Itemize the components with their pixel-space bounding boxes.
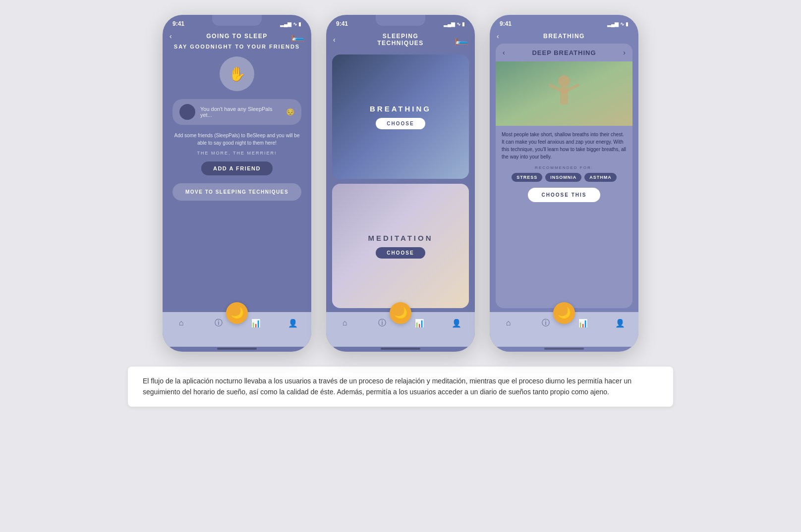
screen-1: ‹ GOING TO SLEEP 🛏️ SAY GOODNIGHT TO YOU… — [163, 29, 311, 352]
signal-icon-1: ▂▄▆ — [280, 21, 291, 27]
time-3: 9:41 — [500, 20, 512, 27]
s2-content: BREATHING CHOOSE MEDITATION CHOOSE — [326, 51, 475, 312]
friend-placeholder-text: You don't have any SleepPals yet... — [200, 106, 281, 118]
home-bar-2 — [381, 348, 420, 350]
time-2: 9:41 — [336, 20, 348, 27]
avatar-placeholder — [179, 104, 195, 120]
s1-merrier: THE MORE, THE MERRIER! — [197, 151, 277, 156]
hand-icon: ✋ — [220, 56, 254, 91]
header-1: ‹ GOING TO SLEEP 🛏️ — [163, 29, 311, 44]
nav-moon-1[interactable]: 🌙 — [226, 302, 248, 324]
bed-icon-1: 🛏️ — [291, 30, 304, 43]
phone-2: 9:41 ▂▄▆ ∿ ▮ ‹ SLEEPING TECHNIQUES 🛏️ BR… — [326, 15, 475, 352]
header-title-1: GOING TO SLEEP — [206, 33, 267, 40]
back-btn-3[interactable]: ‹ — [497, 32, 499, 40]
signal-icon-3: ▂▄▆ — [607, 21, 619, 27]
breathing-card: BREATHING CHOOSE — [332, 54, 469, 179]
nav-moon-2[interactable]: 🌙 — [390, 302, 411, 324]
prev-arrow[interactable]: ‹ — [503, 49, 505, 56]
battery-icon-3: ▮ — [626, 21, 629, 27]
nav-info-1[interactable]: ⓘ — [212, 316, 226, 330]
nav-moon-3[interactable]: 🌙 — [553, 302, 575, 324]
breathing-description: Most people take short, shallow breaths … — [496, 126, 632, 163]
tag-insomnia: INSOMNIA — [545, 173, 581, 182]
breathing-title: BREATHING — [370, 105, 431, 113]
battery-icon-1: ▮ — [298, 21, 301, 27]
status-icons-1: ▂▄▆ ∿ ▮ — [280, 21, 301, 27]
home-bar-1 — [217, 348, 257, 350]
deep-breathing-card: ‹ DEEP BREATHING › — [496, 44, 632, 308]
add-friend-button[interactable]: ADD A FRIEND — [201, 161, 273, 175]
description-text: El flujo de la aplicación nocturno lleva… — [143, 377, 631, 396]
choose-breathing-button[interactable]: CHOOSE — [376, 118, 425, 129]
s1-subtitle: SAY GOODNIGHT TO YOUR FRIENDS — [174, 44, 300, 50]
notch-1 — [212, 15, 262, 26]
header-title-2: SLEEPING TECHNIQUES — [377, 33, 424, 47]
svg-point-1 — [558, 75, 570, 87]
nav-home-1[interactable]: ⌂ — [174, 316, 188, 330]
phone-3: 9:41 ▂▄▆ ∿ ▮ ‹ BREATHING ‹ DEEP BREATHIN… — [490, 15, 638, 352]
nav-profile-1[interactable]: 👤 — [286, 316, 300, 330]
tag-asthma: ASTHMA — [584, 173, 617, 182]
card-header: ‹ DEEP BREATHING › — [496, 44, 632, 61]
nav-home-2[interactable]: ⌂ — [338, 316, 352, 330]
nav-1: ⌂ ⓘ 🌙 📊 👤 — [163, 312, 311, 347]
s1-content: SAY GOODNIGHT TO YOUR FRIENDS ✋ You don'… — [163, 44, 311, 312]
next-arrow[interactable]: › — [623, 49, 626, 56]
phone-1: 9:41 ▂▄▆ ∿ ▮ ‹ GOING TO SLEEP 🛏️ SAY GOO… — [163, 15, 311, 352]
nav-info-3[interactable]: ⓘ — [539, 316, 553, 330]
choose-meditation-button[interactable]: CHOOSE — [376, 247, 425, 259]
nav-stats-3[interactable]: 📊 — [576, 316, 590, 330]
screen-3: ‹ BREATHING ‹ DEEP BREATHING › — [490, 29, 638, 352]
header-title2-line2: TECHNIQUES — [377, 40, 424, 47]
recommended-label: RECOMMENDED FOR: — [496, 163, 632, 173]
nav-3: ⌂ ⓘ 🌙 📊 👤 — [490, 312, 638, 347]
header-3: ‹ BREATHING — [490, 29, 638, 44]
wifi-icon-1: ∿ — [293, 21, 297, 27]
friend-box: You don't have any SleepPals yet... 😔 — [172, 99, 301, 125]
wifi-icon-2: ∿ — [457, 21, 460, 27]
time-1: 9:41 — [172, 20, 184, 27]
nav-profile-2[interactable]: 👤 — [450, 316, 463, 330]
notch-3 — [539, 15, 589, 26]
phones-row: 9:41 ▂▄▆ ∿ ▮ ‹ GOING TO SLEEP 🛏️ SAY GOO… — [163, 15, 638, 352]
choose-this-button[interactable]: CHOOSE THIS — [528, 188, 601, 202]
wifi-icon-3: ∿ — [620, 21, 624, 27]
s1-description: Add some friends (SleepPals) to BeSleep … — [172, 132, 301, 147]
status-icons-3: ▂▄▆ ∿ ▮ — [607, 21, 629, 27]
tag-stress: STRESS — [512, 173, 542, 182]
nav-info-2[interactable]: ⓘ — [375, 316, 389, 330]
notch-2 — [376, 15, 425, 26]
description-box: El flujo de la aplicación nocturno lleva… — [128, 367, 673, 407]
nav-stats-1[interactable]: 📊 — [249, 316, 263, 330]
back-btn-2[interactable]: ‹ — [333, 36, 336, 44]
signal-icon-2: ▂▄▆ — [444, 21, 455, 27]
meditation-card: MEDITATION CHOOSE — [332, 184, 469, 308]
nav-stats-2[interactable]: 📊 — [412, 316, 426, 330]
nav-profile-3[interactable]: 👤 — [613, 316, 627, 330]
header-2: ‹ SLEEPING TECHNIQUES 🛏️ — [326, 29, 475, 51]
video-thumbnail[interactable]: ▶ — [496, 61, 632, 126]
move-to-sleeping-button[interactable]: MOVE TO SLEEPING TECHNIQUES — [172, 183, 301, 201]
tags-container: STRESS INSOMNIA ASTHMA — [496, 173, 632, 186]
nav-home-3[interactable]: ⌂ — [502, 316, 515, 330]
card-title: DEEP BREATHING — [532, 49, 596, 56]
battery-icon-2: ▮ — [462, 21, 465, 27]
screen-2: ‹ SLEEPING TECHNIQUES 🛏️ BREATHING CHOOS… — [326, 29, 475, 352]
bed-icon-2: 🛏️ — [455, 33, 468, 46]
back-btn-1[interactable]: ‹ — [170, 32, 172, 40]
status-icons-2: ▂▄▆ ∿ ▮ — [444, 21, 465, 27]
header-title2-line1: SLEEPING — [383, 33, 419, 40]
meditation-title: MEDITATION — [368, 234, 433, 242]
s3-content: ‹ DEEP BREATHING › — [490, 44, 638, 312]
sad-icon: 😔 — [286, 108, 294, 116]
video-bg-svg — [496, 61, 632, 126]
header-title-3: BREATHING — [543, 33, 585, 40]
home-bar-3 — [544, 348, 584, 350]
nav-2: ⌂ ⓘ 🌙 📊 👤 — [326, 312, 475, 347]
